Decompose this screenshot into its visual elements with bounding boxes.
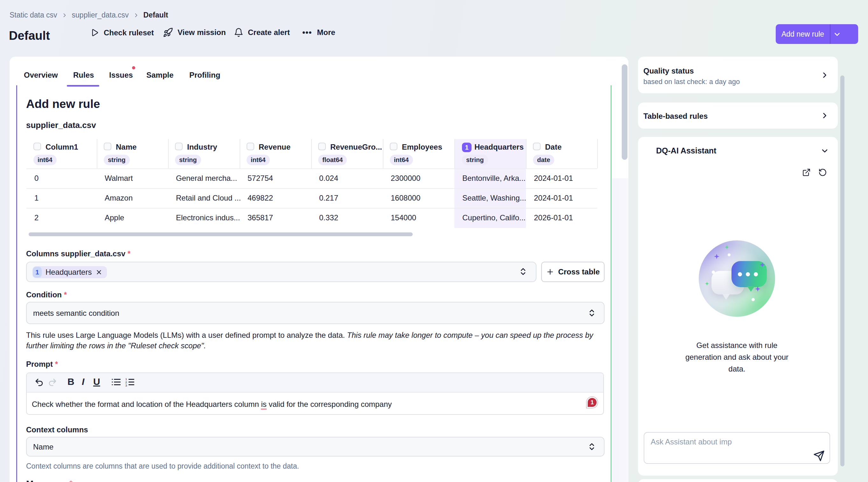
svg-text:3: 3 [125,384,127,387]
